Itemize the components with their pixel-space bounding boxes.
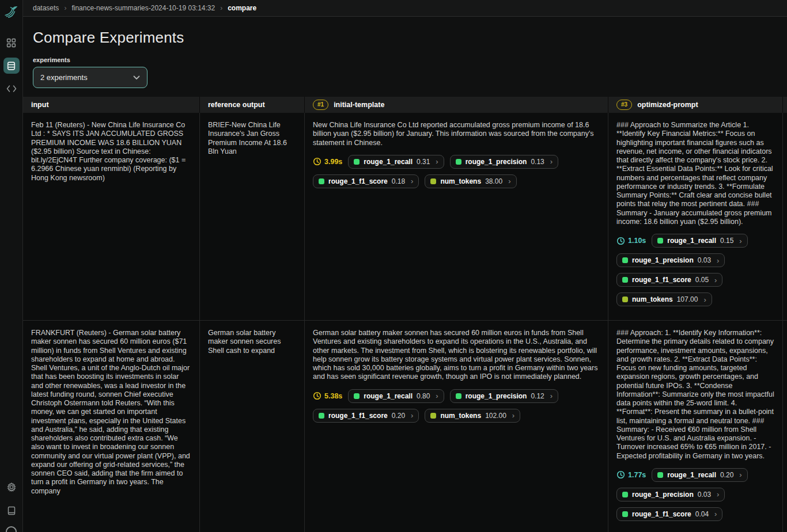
- sidebar-nav: [3, 35, 20, 97]
- metric-badge-num_tokens[interactable]: num_tokens102.00›: [425, 409, 520, 423]
- chevron-right-icon: ›: [436, 158, 438, 165]
- cell-experiment-output[interactable]: New China Life Insurance Co Ltd reported…: [305, 113, 608, 321]
- metrics-row: 3.99srouge_1_recall0.31›rouge_1_precisio…: [313, 155, 600, 188]
- cell-reference-output[interactable]: German solar battery maker sonnen secure…: [200, 321, 305, 532]
- cell-experiment-output[interactable]: ### Approach: 1. **Identify Key Informat…: [608, 321, 783, 532]
- metric-name: num_tokens: [440, 412, 481, 420]
- metric-name: num_tokens: [632, 295, 673, 303]
- cell-input[interactable]: FRANKFURT (Reuters) - German solar batte…: [23, 321, 200, 532]
- breadcrumb: datasets › finance-news-summaries-2024-1…: [23, 0, 787, 17]
- title-block: Compare Experiments experiments 2 experi…: [23, 17, 787, 88]
- column-header-label: input: [31, 101, 49, 109]
- reference-output-text: German solar battery maker sonnen secure…: [208, 329, 296, 355]
- column-header-reference-output[interactable]: reference output: [200, 97, 305, 113]
- main-area: datasets › finance-news-summaries-2024-1…: [23, 0, 787, 532]
- table-spacer-header: [783, 97, 787, 113]
- metrics-row: 5.38srouge_1_recall0.80›rouge_1_precisio…: [313, 389, 600, 423]
- clock-icon: [616, 237, 625, 245]
- metric-badge-rouge_1_f1_score[interactable]: rouge_1_f1_score0.18›: [313, 174, 419, 188]
- metric-badge-rouge_1_recall[interactable]: rouge_1_recall0.31›: [348, 155, 444, 169]
- chevron-right-icon: ›: [717, 491, 719, 498]
- chevron-right-icon: ›: [717, 257, 719, 264]
- latency-indicator: 3.99s: [313, 157, 342, 166]
- metric-value: 107.00: [677, 295, 698, 303]
- column-header-experiment-1[interactable]: #1initial-template: [305, 97, 608, 113]
- metric-color-dot: [657, 238, 663, 244]
- metric-badge-rouge_1_precision[interactable]: rouge_1_precision0.03›: [616, 253, 725, 267]
- nav-home-button[interactable]: [3, 35, 20, 51]
- metric-badge-rouge_1_f1_score[interactable]: rouge_1_f1_score0.20›: [313, 409, 419, 423]
- table-header-row: inputreference output#1initial-template#…: [23, 97, 787, 113]
- column-header-experiment-3[interactable]: #3optimized-prompt: [608, 97, 783, 113]
- experiment-output-text: German solar battery maker sonnen has se…: [313, 329, 600, 382]
- chevron-right-icon: ›: [550, 158, 553, 165]
- metric-badge-rouge_1_recall[interactable]: rouge_1_recall0.15›: [652, 234, 747, 248]
- metric-name: rouge_1_precision: [632, 491, 694, 499]
- experiment-number-pill: #1: [313, 100, 328, 110]
- table-body: Feb 11 (Reuters) - New China Life Insura…: [23, 113, 787, 532]
- metric-value: 102.00: [485, 412, 506, 420]
- chevron-right-icon: ›: [739, 471, 741, 478]
- phoenix-logo[interactable]: [3, 3, 20, 21]
- metric-name: rouge_1_f1_score: [632, 510, 691, 518]
- cell-experiment-output[interactable]: German solar battery maker sonnen has se…: [305, 321, 608, 532]
- metric-badge-rouge_1_precision[interactable]: rouge_1_precision0.13›: [450, 155, 558, 169]
- chevron-right-icon: ›: [64, 4, 66, 12]
- metric-color-dot: [319, 413, 324, 419]
- metric-name: rouge_1_precision: [632, 256, 694, 264]
- metric-badge-num_tokens[interactable]: num_tokens107.00›: [616, 292, 712, 306]
- metric-value: 0.18: [392, 177, 405, 185]
- docs-button[interactable]: [3, 503, 20, 519]
- metric-color-dot: [622, 257, 628, 263]
- compare-table: inputreference output#1initial-template#…: [23, 97, 787, 532]
- chevron-right-icon: ›: [703, 296, 706, 303]
- metric-badge-rouge_1_precision[interactable]: rouge_1_precision0.12›: [450, 389, 558, 403]
- input-text: FRANKFURT (Reuters) - German solar batte…: [31, 329, 191, 496]
- metric-badge-rouge_1_recall[interactable]: rouge_1_recall0.80›: [348, 389, 444, 403]
- sidebar: [0, 0, 23, 532]
- nav-datasets-button[interactable]: [3, 58, 20, 74]
- metric-value: 0.31: [417, 158, 430, 166]
- metric-value: 0.04: [695, 510, 709, 518]
- latency-indicator: 5.38s: [313, 392, 342, 400]
- experiments-label: experiments: [33, 56, 777, 63]
- code-icon: [6, 85, 17, 93]
- metric-value: 38.00: [485, 177, 502, 185]
- table-spacer-cell: [783, 321, 787, 532]
- experiment-output-text: ### Approach to Summarize the Article 1.…: [616, 121, 774, 226]
- column-header-input[interactable]: input: [23, 97, 200, 113]
- cell-experiment-output[interactable]: ### Approach to Summarize the Article 1.…: [608, 113, 783, 321]
- clock-icon: [616, 470, 625, 479]
- metric-name: rouge_1_f1_score: [632, 276, 691, 284]
- experiment-output-text: New China Life Insurance Co Ltd reported…: [313, 121, 600, 147]
- metric-badge-rouge_1_precision[interactable]: rouge_1_precision0.03›: [616, 488, 725, 501]
- cell-reference-output[interactable]: BRIEF-New China Life Insurance's Jan Gro…: [200, 113, 305, 321]
- breadcrumb-dataset-name[interactable]: finance-news-summaries-2024-10-19 03:14:…: [71, 4, 215, 12]
- metric-value: 0.05: [695, 276, 709, 284]
- metric-name: rouge_1_f1_score: [328, 412, 388, 420]
- metric-color-dot: [622, 277, 628, 283]
- metric-name: rouge_1_recall: [364, 158, 413, 166]
- chevron-right-icon: ›: [714, 510, 717, 518]
- gear-icon: [6, 482, 17, 492]
- nav-code-button[interactable]: [3, 81, 20, 97]
- cell-input[interactable]: Feb 11 (Reuters) - New China Life Insura…: [23, 113, 200, 321]
- metric-color-dot: [657, 472, 663, 478]
- metric-value: 0.80: [417, 392, 430, 400]
- metric-value: 0.20: [392, 412, 405, 420]
- metric-value: 0.03: [698, 256, 711, 264]
- metric-color-dot: [430, 413, 436, 419]
- metric-badge-rouge_1_recall[interactable]: rouge_1_recall0.20›: [652, 468, 747, 482]
- metric-badge-rouge_1_f1_score[interactable]: rouge_1_f1_score0.04›: [616, 507, 722, 521]
- chevron-right-icon: ›: [411, 412, 413, 419]
- database-icon: [6, 61, 16, 71]
- breadcrumb-datasets[interactable]: datasets: [33, 4, 59, 12]
- metric-badge-rouge_1_f1_score[interactable]: rouge_1_f1_score0.05›: [616, 273, 722, 287]
- column-header-label: initial-template: [334, 101, 384, 109]
- experiments-select[interactable]: 2 experiments: [33, 67, 147, 88]
- profile-avatar[interactable]: [6, 526, 17, 532]
- settings-button[interactable]: [3, 479, 20, 495]
- metric-name: rouge_1_f1_score: [328, 177, 388, 185]
- clock-icon: [313, 157, 321, 166]
- metric-badge-num_tokens[interactable]: num_tokens38.00›: [425, 174, 516, 188]
